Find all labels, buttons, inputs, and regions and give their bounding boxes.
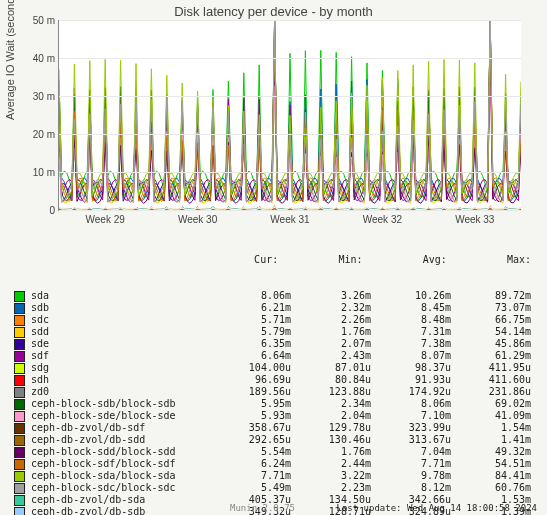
series-max: 69.02m [451,398,531,410]
x-tick: Week 32 [363,210,402,225]
series-min: 1.76m [291,446,371,458]
legend-swatch [14,423,25,434]
series-name: ceph-db-zvol/db-sdf [31,422,211,434]
series-name: sde [31,338,211,350]
series-cur: 358.67u [211,422,291,434]
legend-row: sdg104.00u87.01u98.37u411.95u [14,362,534,374]
series-avg: 323.99u [371,422,451,434]
series-cur: 5.71m [211,314,291,326]
legend-row: ceph-block-sdb/block-sdb5.95m2.34m8.06m6… [14,398,534,410]
series-min: 2.04m [291,410,371,422]
series-max: 45.86m [451,338,531,350]
legend-swatch [14,459,25,470]
series-avg: 98.37u [371,362,451,374]
series-cur: 6.35m [211,338,291,350]
series-cur: 5.79m [211,326,291,338]
y-tick: 0 [49,205,59,216]
y-axis-label: Average IO Wait (seconds) [4,0,16,120]
legend-row: ceph-block-sdd/block-sdd5.54m1.76m7.04m4… [14,446,534,458]
series-avg: 313.67u [371,434,451,446]
legend-swatch [14,507,25,516]
series-avg: 9.78m [371,470,451,482]
legend-row: sdc5.71m2.26m8.48m66.75m [14,314,534,326]
series-cur: 8.06m [211,290,291,302]
series-max: 41.09m [451,410,531,422]
legend-swatch [14,483,25,494]
series-line [59,204,521,210]
series-cur: 5.93m [211,410,291,422]
series-avg: 7.71m [371,458,451,470]
legend-swatch [14,435,25,446]
plot-area: 010 m20 m30 m40 m50 mWeek 29Week 30Week … [58,20,521,211]
x-tick: Week 31 [270,210,309,225]
series-avg: 8.06m [371,398,451,410]
series-min: 1.76m [291,326,371,338]
y-tick: 50 m [33,15,59,26]
legend-swatch [14,411,25,422]
legend-swatch [14,399,25,410]
series-cur: 292.65u [211,434,291,446]
legend-row: zd0189.56u123.88u174.92u231.86u [14,386,534,398]
series-max: 1.54m [451,422,531,434]
x-tick: Week 30 [178,210,217,225]
series-min: 2.07m [291,338,371,350]
series-name: sda [31,290,211,302]
series-min: 130.46u [291,434,371,446]
series-line [59,20,521,201]
legend: Cur: Min: Avg: Max: sda8.06m3.26m10.26m8… [14,230,534,515]
series-min: 2.43m [291,350,371,362]
series-avg: 10.26m [371,290,451,302]
series-max: 73.07m [451,302,531,314]
series-avg: 174.92u [371,386,451,398]
series-cur: 96.69u [211,374,291,386]
series-min: 129.78u [291,422,371,434]
series-cur: 6.21m [211,302,291,314]
series-avg: 91.93u [371,374,451,386]
series-name: ceph-db-zvol/db-sdb [31,506,211,515]
series-max: 66.75m [451,314,531,326]
series-name: sdf [31,350,211,362]
series-min: 2.26m [291,314,371,326]
series-avg: 8.12m [371,482,451,494]
grid-line [59,20,521,21]
series-max: 89.72m [451,290,531,302]
legend-swatch [14,339,25,350]
legend-swatch [14,303,25,314]
series-avg: 8.48m [371,314,451,326]
series-name: sdc [31,314,211,326]
chart-lines [59,20,521,210]
series-avg: 7.04m [371,446,451,458]
series-min: 2.32m [291,302,371,314]
series-cur: 189.56u [211,386,291,398]
x-tick: Week 29 [86,210,125,225]
series-min: 2.44m [291,458,371,470]
series-name: ceph-block-sde/block-sde [31,410,211,422]
series-name: sdd [31,326,211,338]
legend-swatch [14,387,25,398]
legend-header: Cur: Min: Avg: Max: [14,254,534,266]
series-max: 231.86u [451,386,531,398]
series-avg: 7.38m [371,338,451,350]
series-cur: 5.95m [211,398,291,410]
last-update-label: Last update: Wed Aug 14 18:00:58 2024 [337,503,537,513]
series-name: sdg [31,362,211,374]
series-avg: 8.07m [371,350,451,362]
legend-row: ceph-db-zvol/db-sdf358.67u129.78u323.99u… [14,422,534,434]
series-max: 54.51m [451,458,531,470]
series-name: sdb [31,302,211,314]
legend-row: ceph-block-sde/block-sde5.93m2.04m7.10m4… [14,410,534,422]
legend-row: sda8.06m3.26m10.26m89.72m [14,290,534,302]
legend-row: ceph-block-sda/block-sda7.71m3.22m9.78m8… [14,470,534,482]
legend-swatch [14,447,25,458]
series-max: 61.29m [451,350,531,362]
series-min: 2.34m [291,398,371,410]
legend-row: sdf6.64m2.43m8.07m61.29m [14,350,534,362]
legend-swatch [14,471,25,482]
legend-swatch [14,351,25,362]
legend-swatch [14,495,25,506]
series-cur: 7.71m [211,470,291,482]
series-cur: 5.49m [211,482,291,494]
legend-swatch [14,327,25,338]
series-cur: 6.64m [211,350,291,362]
series-max: 1.41m [451,434,531,446]
